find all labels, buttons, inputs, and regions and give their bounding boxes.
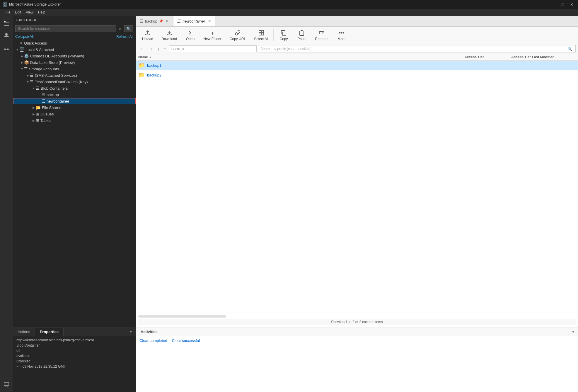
more-label: More bbox=[337, 37, 345, 41]
folder-icon: 📁 bbox=[138, 62, 145, 69]
tab-spacer bbox=[64, 328, 126, 336]
nav-down-button[interactable]: ↓ bbox=[156, 45, 161, 52]
nav-up-button[interactable]: ↑ bbox=[162, 45, 168, 52]
column-name[interactable]: Name ▲ bbox=[138, 55, 464, 59]
minimize-button[interactable]: — bbox=[550, 1, 558, 8]
paste-label: Paste bbox=[297, 37, 306, 41]
tree-item-storage-accounts[interactable]: ▼ ☰ Storage Accounts bbox=[13, 66, 136, 72]
upload-button[interactable]: Upload bbox=[138, 28, 157, 42]
search-submit-button[interactable]: 🔍 bbox=[124, 25, 133, 32]
download-button[interactable]: Download bbox=[158, 28, 181, 42]
test-connect-icon: ☰ bbox=[30, 79, 34, 84]
clear-successful-link[interactable]: Clear successful bbox=[172, 338, 200, 343]
tree-item-newcontainer[interactable]: ☰ newcontainer bbox=[13, 98, 136, 104]
tree-item-queues[interactable]: ▶ ⊞ Queues bbox=[13, 111, 136, 117]
file-row-backup2[interactable]: 📁 backup2 bbox=[136, 70, 578, 80]
tab-newcontainer-close[interactable]: ✕ bbox=[207, 19, 212, 23]
search-clear-button[interactable]: ✕ bbox=[117, 25, 123, 32]
newcontainer-icon: ☰ bbox=[42, 99, 45, 103]
property-type: Blob Container bbox=[16, 343, 132, 347]
feedback-icon[interactable] bbox=[1, 379, 12, 390]
connect-icon[interactable] bbox=[1, 44, 12, 54]
copy-url-icon bbox=[234, 29, 241, 36]
tree-item-backup[interactable]: ☰ backup bbox=[13, 91, 136, 98]
nav-search-button[interactable]: 🔍 bbox=[567, 46, 573, 52]
tree-item-local-attached[interactable]: ▼ 🖥️ Local & Attached bbox=[13, 46, 136, 53]
tab-backup-pin: 📌 bbox=[159, 19, 163, 23]
close-button[interactable]: ✕ bbox=[567, 1, 576, 8]
select-all-button[interactable]: Select All bbox=[250, 28, 272, 42]
tree-item-file-shares[interactable]: ▶ 📂 File Shares bbox=[13, 104, 136, 111]
more-button[interactable]: More bbox=[333, 28, 350, 42]
tree-item-test-connect[interactable]: ▼ ☰ TestConnectDataBoxHttp (Key) bbox=[13, 79, 136, 85]
refresh-all-link[interactable]: Refresh All bbox=[116, 35, 133, 39]
tree-label: TestConnectDataBoxHttp (Key) bbox=[35, 80, 88, 84]
clear-completed-link[interactable]: Clear completed bbox=[139, 338, 167, 343]
nav-path-input[interactable] bbox=[169, 45, 257, 52]
activities-collapse[interactable]: ▼ bbox=[568, 328, 578, 336]
activities-tab[interactable]: Activities bbox=[136, 328, 162, 336]
tree-item-tables[interactable]: ▶ ⊞ Tables bbox=[13, 117, 136, 124]
arrow-icon: ▶ bbox=[20, 61, 24, 64]
tree-label: Quick Access bbox=[24, 41, 47, 45]
sidebar-search: ✕ 🔍 bbox=[13, 24, 136, 33]
copy-label: Copy bbox=[279, 37, 288, 41]
tree-item-quick-access[interactable]: ✦ Quick Access bbox=[13, 40, 136, 46]
file-row-backup1[interactable]: 📁 backup1 bbox=[136, 61, 578, 70]
column-access-tier[interactable]: Access Tier bbox=[464, 55, 511, 59]
menu-file[interactable]: File bbox=[2, 10, 13, 15]
menu-view[interactable]: View bbox=[23, 10, 36, 15]
tables-icon: ⊞ bbox=[36, 118, 39, 123]
tree-item-sas-attached[interactable]: ▶ ☰ (SAS-Attached Services) bbox=[13, 72, 136, 79]
svg-rect-0 bbox=[4, 21, 6, 22]
tab-backup-close[interactable]: ✕ bbox=[165, 19, 170, 23]
status-text: Showing 1 to 2 of 2 cached items bbox=[138, 319, 576, 325]
bottom-panel-collapse[interactable]: ▼ bbox=[126, 328, 136, 336]
tree-label: Cosmos DB Accounts (Preview) bbox=[30, 54, 84, 58]
tab-newcontainer[interactable]: ☰ newcontainer ✕ bbox=[173, 16, 215, 26]
svg-rect-3 bbox=[4, 25, 9, 25]
svg-point-4 bbox=[5, 33, 8, 35]
content-area: ☰ backup 📌 ✕ ☰ newcontainer ✕ bbox=[136, 16, 578, 392]
collapse-all-link[interactable]: Collapse All bbox=[15, 35, 34, 39]
menu-edit[interactable]: Edit bbox=[13, 10, 23, 15]
blob-containers-icon: ☰ bbox=[36, 86, 40, 91]
nav-search-input[interactable] bbox=[260, 47, 567, 51]
activities-header: Activities ▼ bbox=[136, 328, 578, 336]
tree-label: (SAS-Attached Services) bbox=[35, 73, 77, 78]
tab-actions[interactable]: Actions bbox=[13, 328, 35, 336]
new-folder-button[interactable]: New Folder bbox=[200, 28, 225, 42]
rename-button[interactable]: Rename bbox=[311, 28, 332, 42]
app-icon: 🗄️ bbox=[2, 2, 7, 7]
tree-label: Storage Accounts bbox=[29, 67, 59, 71]
column-access-tier-last[interactable]: Access Tier Last Modified bbox=[511, 55, 576, 59]
property-status2: available bbox=[16, 354, 132, 358]
tree-item-blob-containers[interactable]: ▼ ☰ Blob Containers bbox=[13, 85, 136, 91]
tree-item-data-lake[interactable]: ▶ 📦 Data Lake Store (Preview) bbox=[13, 59, 136, 66]
copy-button[interactable]: Copy bbox=[275, 28, 292, 42]
arrow-icon: ▼ bbox=[20, 67, 24, 71]
svg-rect-18 bbox=[300, 31, 304, 35]
tab-properties[interactable]: Properties bbox=[35, 328, 64, 336]
nav-back-button[interactable]: ← bbox=[138, 45, 146, 52]
tab-backup[interactable]: ☰ backup 📌 ✕ bbox=[136, 16, 173, 26]
file-list-header: Name ▲ Access Tier Access Tier Last Modi… bbox=[136, 54, 578, 61]
toolbar: Upload Download bbox=[136, 27, 578, 44]
download-label: Download bbox=[161, 37, 177, 41]
activities-panel: Activities ▼ Clear completed Clear succe… bbox=[136, 328, 578, 392]
open-button[interactable]: Open bbox=[181, 28, 199, 42]
svg-point-5 bbox=[4, 49, 6, 50]
paste-button[interactable]: Paste bbox=[293, 28, 311, 42]
search-input[interactable] bbox=[15, 25, 116, 32]
explorer-icon[interactable] bbox=[1, 18, 12, 29]
sidebar-header: EXPLORER bbox=[13, 16, 136, 24]
open-label: Open bbox=[186, 37, 195, 41]
nav-forward-button[interactable]: → bbox=[147, 45, 155, 52]
file-name: backup2 bbox=[147, 73, 464, 77]
svg-rect-13 bbox=[259, 30, 261, 33]
copy-url-button[interactable]: Copy URL bbox=[226, 28, 250, 42]
tree-item-cosmos-db[interactable]: ▶ ⚙️ Cosmos DB Accounts (Preview) bbox=[13, 53, 136, 59]
maximize-button[interactable]: □ bbox=[559, 1, 567, 8]
menu-help[interactable]: Help bbox=[36, 10, 48, 15]
account-icon[interactable] bbox=[1, 30, 12, 40]
